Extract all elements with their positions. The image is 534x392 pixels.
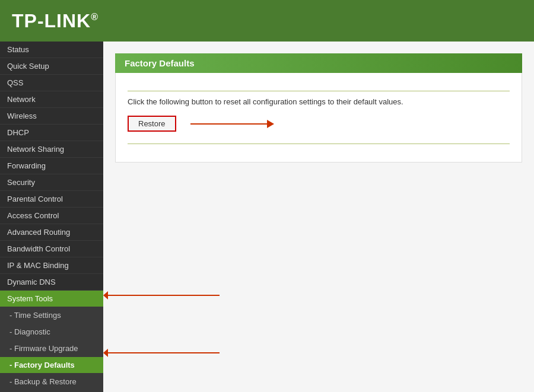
- sidebar-item-backup-restore[interactable]: - Backup & Restore: [0, 374, 103, 390]
- main-content: Factory Defaults Click the following but…: [103, 42, 534, 392]
- sidebar-item-wireless[interactable]: Wireless: [0, 108, 103, 125]
- sidebar-item-access-control[interactable]: Access Control: [0, 208, 103, 224]
- restore-button[interactable]: Restore: [128, 116, 176, 132]
- sidebar-item-network[interactable]: Network: [0, 91, 103, 108]
- sidebar-item-bandwidth-control[interactable]: Bandwidth Control: [0, 241, 103, 257]
- sidebar-item-network-sharing[interactable]: Network Sharing: [0, 141, 103, 158]
- sidebar-item-diagnostic[interactable]: - Diagnostic: [0, 324, 103, 340]
- sidebar-item-qss[interactable]: QSS: [0, 75, 103, 91]
- sidebar-item-quick-setup[interactable]: Quick Setup: [0, 58, 103, 75]
- restore-arrow: [190, 120, 274, 128]
- sidebar-item-parental-control[interactable]: Parental Control: [0, 191, 103, 208]
- sidebar-item-forwarding[interactable]: Forwarding: [0, 158, 103, 174]
- page-title: Factory Defaults: [125, 58, 195, 68]
- page-title-bar: Factory Defaults: [115, 53, 522, 73]
- bottom-divider: [128, 144, 510, 144]
- button-row: Restore: [128, 116, 510, 132]
- sidebar-item-ip-mac-binding[interactable]: IP & MAC Binding: [0, 257, 103, 274]
- sidebar-item-dynamic-dns[interactable]: Dynamic DNS: [0, 274, 103, 291]
- sidebar-item-status[interactable]: Status: [0, 42, 103, 58]
- sidebar-item-time-settings[interactable]: - Time Settings: [0, 307, 103, 324]
- logo-symbol: ®: [91, 12, 98, 22]
- sidebar-item-dhcp[interactable]: DHCP: [0, 125, 103, 141]
- body-layout: StatusQuick SetupQSSNetworkWirelessDHCPN…: [0, 42, 534, 392]
- sidebar-item-firmware-upgrade[interactable]: - Firmware Upgrade: [0, 340, 103, 357]
- sidebar-item-security[interactable]: Security: [0, 174, 103, 191]
- sidebar-item-factory-defaults[interactable]: - Factory Defaults: [0, 357, 103, 374]
- content-area: Click the following button to reset all …: [115, 73, 522, 162]
- sidebar-item-system-tools[interactable]: System Tools: [0, 291, 103, 307]
- header: TP-LINK®: [0, 0, 534, 42]
- sidebar-item-advanced-routing[interactable]: Advanced Routing: [0, 224, 103, 241]
- logo: TP-LINK®: [12, 10, 98, 32]
- top-divider: [128, 91, 510, 91]
- description-text: Click the following button to reset all …: [128, 97, 510, 106]
- logo-brand: TP-LINK: [12, 10, 91, 31]
- sidebar: StatusQuick SetupQSSNetworkWirelessDHCPN…: [0, 42, 103, 392]
